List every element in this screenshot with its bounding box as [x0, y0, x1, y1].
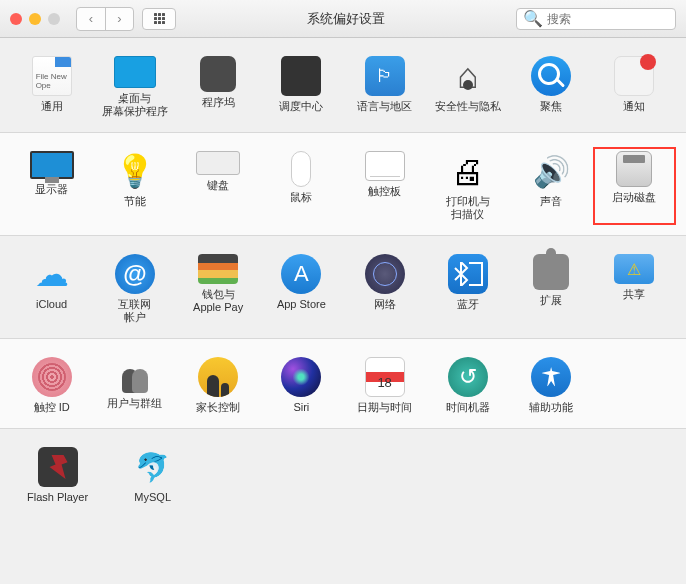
startup-disk-icon [616, 151, 652, 187]
pref-pane-label: MySQL [134, 491, 171, 504]
date-time-icon: 18 [365, 357, 405, 397]
pref-pane-desktop[interactable]: 桌面与 屏幕保护程序 [93, 52, 176, 122]
pref-pane-label: 鼠标 [290, 191, 312, 204]
pref-pane-sound[interactable]: 声音 [510, 147, 593, 225]
pref-pane-extensions[interactable]: 扩展 [510, 250, 593, 328]
pref-pane-users[interactable]: 用户与群组 [93, 353, 176, 418]
trackpad-icon [365, 151, 405, 181]
pref-pane-label: 日期与时间 [357, 401, 412, 414]
pref-pane-label: 显示器 [35, 183, 68, 196]
search-input[interactable] [547, 12, 669, 26]
pref-pane-network[interactable]: 网络 [343, 250, 426, 328]
displays-icon [30, 151, 74, 179]
pref-pane-label: 钱包与 Apple Pay [193, 288, 243, 314]
app-store-icon [281, 254, 321, 294]
parental-controls-icon [198, 357, 238, 397]
pref-pane-notifications[interactable]: 通知 [593, 52, 676, 122]
flash-player-icon [38, 447, 78, 487]
mouse-icon [291, 151, 311, 187]
pref-pane-printers[interactable]: 打印机与 扫描仪 [426, 147, 509, 225]
pref-pane-label: 聚焦 [540, 100, 562, 113]
pref-pane-touchid[interactable]: 触控 ID [10, 353, 93, 418]
spotlight-icon [531, 56, 571, 96]
pref-pane-spotlight[interactable]: 聚焦 [510, 52, 593, 122]
pref-pane-label: 桌面与 屏幕保护程序 [102, 92, 168, 118]
pref-pane-displays[interactable]: 显示器 [10, 147, 93, 225]
time-machine-icon [448, 357, 488, 397]
internet-accounts-icon [115, 254, 155, 294]
pref-pane-bluetooth[interactable]: 蓝牙 [426, 250, 509, 328]
pref-pane-label: 节能 [124, 195, 146, 208]
pref-row: File New Ope通用桌面与 屏幕保护程序程序坞调度中心语言与地区安全性与… [0, 38, 686, 133]
zoom-window-button [48, 13, 60, 25]
pref-pane-label: 程序坞 [202, 96, 235, 109]
pref-pane-siri[interactable]: Siri [260, 353, 343, 418]
pref-pane-label: 触控板 [368, 185, 401, 198]
search-icon: 🔍 [523, 9, 543, 28]
pref-pane-security[interactable]: 安全性与隐私 [426, 52, 509, 122]
titlebar: ‹ › 系统偏好设置 🔍 [0, 0, 686, 38]
pref-pane-mission[interactable]: 调度中心 [260, 52, 343, 122]
pref-pane-datetime[interactable]: 18日期与时间 [343, 353, 426, 418]
pref-pane-flash[interactable]: Flash Player [10, 443, 105, 508]
pref-pane-wallet[interactable]: 钱包与 Apple Pay [177, 250, 260, 328]
general-icon: File New Ope [32, 56, 72, 96]
pref-pane-internet[interactable]: 互联网 帐户 [93, 250, 176, 328]
pref-pane-label: 通用 [41, 100, 63, 113]
pref-pane-label: 扩展 [540, 294, 562, 307]
pref-pane-mysql[interactable]: MySQL [105, 443, 200, 508]
pref-pane-label: App Store [277, 298, 326, 311]
search-field-wrapper[interactable]: 🔍 [516, 8, 676, 30]
pref-row: 触控 ID用户与群组家长控制Siri18日期与时间时间机器辅助功能 [0, 339, 686, 429]
pref-pane-label: iCloud [36, 298, 67, 311]
pref-pane-label: 通知 [623, 100, 645, 113]
pref-pane-mouse[interactable]: 鼠标 [260, 147, 343, 225]
pref-pane-sharing[interactable]: 共享 [593, 250, 676, 328]
nav-buttons: ‹ › [76, 7, 134, 31]
language-region-icon [365, 56, 405, 96]
energy-saver-icon [115, 151, 155, 191]
pref-pane-label: 启动磁盘 [612, 191, 656, 204]
pref-pane-parental[interactable]: 家长控制 [177, 353, 260, 418]
bluetooth-icon [448, 254, 488, 294]
pref-pane-label: 蓝牙 [457, 298, 479, 311]
minimize-window-button[interactable] [29, 13, 41, 25]
pref-row: iCloud互联网 帐户钱包与 Apple PayApp Store网络蓝牙扩展… [0, 236, 686, 339]
network-icon [365, 254, 405, 294]
desktop-icon [114, 56, 156, 88]
wallet-applepay-icon [198, 254, 238, 284]
grid-icon [154, 13, 165, 24]
sound-icon [531, 151, 571, 191]
pref-pane-general[interactable]: File New Ope通用 [10, 52, 93, 122]
forward-button[interactable]: › [105, 8, 133, 30]
back-button[interactable]: ‹ [77, 8, 105, 30]
mission-control-icon [281, 56, 321, 96]
pref-pane-energy[interactable]: 节能 [93, 147, 176, 225]
sharing-icon [614, 254, 654, 284]
pref-row: 显示器节能键盘鼠标触控板打印机与 扫描仪声音启动磁盘 [0, 133, 686, 236]
notifications-icon [614, 56, 654, 96]
pref-pane-dock[interactable]: 程序坞 [177, 52, 260, 122]
pref-pane-accessibility[interactable]: 辅助功能 [510, 353, 593, 418]
pref-pane-label: 时间机器 [446, 401, 490, 414]
pref-pane-trackpad[interactable]: 触控板 [343, 147, 426, 225]
dock-icon [200, 56, 236, 92]
pref-pane-startup[interactable]: 启动磁盘 [593, 147, 676, 225]
pref-pane-label: 调度中心 [279, 100, 323, 113]
calendar-date: 18 [377, 375, 391, 390]
window-title: 系统偏好设置 [184, 10, 508, 28]
pref-pane-keyboard[interactable]: 键盘 [177, 147, 260, 225]
pref-pane-timemachine[interactable]: 时间机器 [426, 353, 509, 418]
security-privacy-icon [448, 56, 488, 96]
pref-pane-label: 语言与地区 [357, 100, 412, 113]
pref-pane-label: 共享 [623, 288, 645, 301]
pref-pane-language[interactable]: 语言与地区 [343, 52, 426, 122]
pref-pane-label: 辅助功能 [529, 401, 573, 414]
pref-pane-icloud[interactable]: iCloud [10, 250, 93, 328]
pref-pane-label: 触控 ID [34, 401, 70, 414]
pref-pane-label: 键盘 [207, 179, 229, 192]
show-all-button[interactable] [142, 8, 176, 30]
pref-pane-label: 家长控制 [196, 401, 240, 414]
pref-pane-appstore[interactable]: App Store [260, 250, 343, 328]
close-window-button[interactable] [10, 13, 22, 25]
